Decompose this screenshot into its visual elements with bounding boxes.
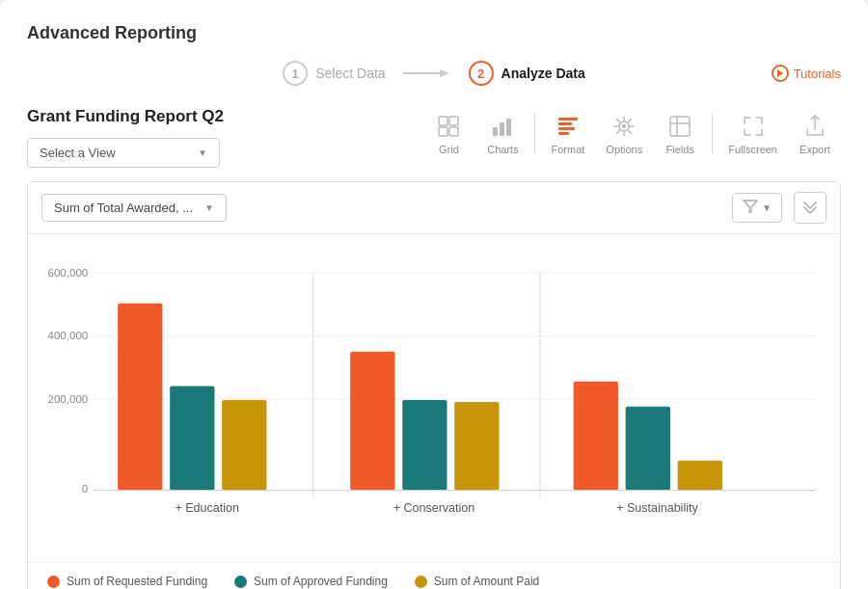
play-triangle — [777, 69, 783, 77]
app-title: Advanced Reporting — [27, 23, 841, 43]
fullscreen-button[interactable]: Fullscreen — [719, 107, 787, 161]
tutorials-button[interactable]: Tutorials — [772, 65, 841, 82]
svg-rect-3 — [449, 117, 458, 125]
svg-rect-8 — [506, 119, 511, 136]
svg-line-21 — [629, 120, 632, 122]
charts-button[interactable]: Charts — [476, 107, 529, 161]
collapse-button[interactable] — [794, 192, 827, 224]
charts-label: Charts — [487, 144, 518, 155]
charts-icon — [489, 113, 516, 140]
format-button[interactable]: Format — [541, 107, 594, 161]
sum-dropdown[interactable]: Sum of Total Awarded, ... ▼ — [41, 194, 227, 222]
content-toolbar: Sum of Total Awarded, ... ▼ ▼ — [28, 182, 840, 234]
step-2-circle: 2 — [469, 61, 494, 86]
svg-rect-4 — [439, 127, 448, 136]
svg-text:0: 0 — [82, 483, 88, 495]
toolbar-divider-1 — [534, 113, 535, 155]
fields-button[interactable]: Fields — [654, 107, 706, 161]
svg-rect-5 — [449, 127, 458, 136]
legend-item-requested: Sum of Requested Funding — [47, 575, 207, 588]
legend-label-paid: Sum of Amount Paid — [434, 575, 539, 588]
bar-sus-paid — [678, 461, 722, 491]
fullscreen-icon — [740, 113, 767, 140]
svg-rect-7 — [500, 122, 504, 136]
legend-row: Sum of Requested Funding Sum of Approved… — [28, 562, 840, 589]
report-title: Grant Funding Report Q2 — [27, 107, 224, 126]
svg-rect-10 — [558, 122, 572, 125]
svg-text:400,000: 400,000 — [47, 330, 88, 341]
svg-marker-27 — [744, 201, 757, 212]
step-2-label: Analyze Data — [502, 66, 585, 81]
toolbar-divider-2 — [712, 113, 713, 155]
bar-sus-requested — [574, 382, 618, 491]
format-label: Format — [551, 144, 584, 155]
content-area: Sum of Total Awarded, ... ▼ ▼ — [27, 181, 841, 589]
options-icon — [610, 113, 637, 140]
select-view-row: Select a View ▼ — [27, 138, 224, 168]
report-header: Grant Funding Report Q2 Select a View ▼ — [27, 107, 841, 168]
step-1[interactable]: 1 Select Data — [283, 61, 385, 86]
select-view-label: Select a View — [40, 146, 116, 160]
export-icon — [801, 113, 828, 140]
svg-text:+ Conservation: + Conservation — [393, 501, 475, 515]
bar-edu-paid — [222, 400, 266, 491]
legend-dot-requested — [47, 576, 60, 588]
steps-row: 1 Select Data 2 Analyze Data Tutorials — [27, 61, 841, 86]
export-button[interactable]: Export — [789, 107, 841, 161]
step-2[interactable]: 2 Analyze Data — [469, 61, 585, 86]
sum-dropdown-label: Sum of Total Awarded, ... — [54, 201, 193, 215]
legend-label-approved: Sum of Approved Funding — [254, 575, 388, 588]
svg-text:200,000: 200,000 — [47, 393, 88, 405]
filter-chevron-icon: ▼ — [762, 202, 772, 213]
bar-con-approved — [402, 400, 447, 491]
legend-item-paid: Sum of Amount Paid — [415, 575, 539, 588]
svg-text:+ Sustainability: + Sustainability — [616, 501, 698, 515]
step-1-circle: 1 — [283, 61, 308, 86]
bar-con-requested — [350, 352, 394, 491]
bar-edu-approved — [170, 387, 214, 491]
svg-point-14 — [622, 124, 626, 128]
svg-rect-9 — [558, 118, 578, 120]
bar-con-paid — [454, 402, 499, 491]
app-window: Advanced Reporting 1 Select Data 2 Analy… — [0, 0, 868, 589]
left-header: Grant Funding Report Q2 Select a View ▼ — [27, 107, 224, 168]
bar-sus-approved — [626, 407, 670, 491]
svg-rect-11 — [558, 127, 575, 130]
svg-line-19 — [617, 120, 620, 122]
grid-label: Grid — [439, 144, 459, 155]
svg-line-20 — [629, 131, 632, 134]
toolbar: Grid Charts — [422, 107, 841, 161]
sum-chevron-icon: ▼ — [204, 202, 214, 213]
export-label: Export — [800, 144, 830, 155]
options-button[interactable]: Options — [596, 107, 652, 161]
svg-rect-12 — [558, 132, 569, 135]
grid-icon — [435, 113, 462, 140]
right-buttons: ▼ — [732, 192, 827, 224]
legend-label-requested: Sum of Requested Funding — [67, 575, 207, 588]
filter-button[interactable]: ▼ — [732, 193, 782, 223]
svg-rect-6 — [493, 127, 498, 136]
options-label: Options — [606, 144, 642, 155]
fullscreen-label: Fullscreen — [728, 144, 777, 155]
bar-edu-requested — [118, 304, 162, 491]
legend-item-approved: Sum of Approved Funding — [234, 575, 388, 588]
filter-icon — [743, 200, 758, 216]
chevron-down-icon: ▼ — [198, 147, 207, 158]
svg-text:600,000: 600,000 — [47, 267, 88, 279]
step-1-label: Select Data — [315, 66, 385, 81]
grid-button[interactable]: Grid — [422, 107, 475, 161]
format-icon — [555, 113, 582, 140]
svg-text:+ Education: + Education — [175, 501, 238, 515]
select-view-dropdown[interactable]: Select a View ▼ — [27, 138, 220, 168]
fields-label: Fields — [666, 144, 694, 155]
tutorials-label: Tutorials — [794, 67, 841, 81]
chart-svg: 600,000 400,000 200,000 0 + Education — [43, 254, 825, 547]
chart-area: 600,000 400,000 200,000 0 + Education — [28, 234, 840, 562]
svg-rect-2 — [439, 117, 448, 125]
legend-dot-approved — [234, 576, 247, 588]
svg-rect-23 — [670, 117, 690, 136]
svg-line-22 — [617, 131, 620, 134]
step-arrow — [403, 66, 451, 81]
play-icon — [772, 65, 789, 82]
fields-icon — [666, 113, 693, 140]
